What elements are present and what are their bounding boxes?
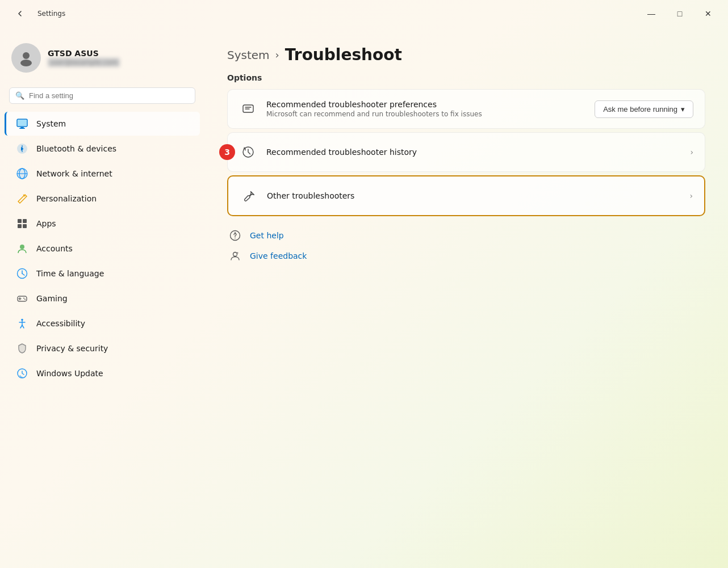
svg-rect-5 [19, 128, 25, 129]
sidebar-item-label-gaming: Gaming [36, 294, 68, 303]
history-card: Recommended troubleshooter history › [227, 132, 705, 172]
privacy-icon [16, 342, 28, 355]
svg-rect-3 [18, 120, 27, 126]
breadcrumb-current: Troubleshoot [285, 45, 402, 64]
svg-line-27 [20, 325, 22, 328]
step-badge: 3 [219, 144, 235, 160]
sidebar: GTSD ASUS user@example.com 🔍 System [0, 27, 204, 568]
svg-point-0 [23, 52, 30, 59]
give-feedback-icon [227, 248, 243, 264]
sidebar-item-apps[interactable]: Apps [5, 212, 200, 235]
svg-rect-12 [23, 219, 27, 223]
maximize-button[interactable]: □ [667, 5, 693, 23]
minimize-button[interactable]: — [638, 5, 664, 23]
user-section: GTSD ASUS user@example.com [0, 36, 204, 84]
sidebar-item-label-bluetooth: Bluetooth & devices [36, 144, 116, 153]
user-info: GTSD ASUS user@example.com [48, 49, 120, 67]
sidebar-item-label-accessibility: Accessibility [36, 319, 85, 328]
sidebar-item-label-accounts: Accounts [36, 244, 73, 253]
search-input[interactable] [29, 91, 189, 100]
svg-line-18 [22, 274, 24, 275]
history-icon [239, 143, 257, 161]
svg-line-28 [22, 325, 24, 328]
svg-point-23 [24, 299, 26, 300]
search-icon: 🔍 [15, 91, 24, 100]
app-title: Settings [37, 10, 65, 18]
system-icon [16, 117, 28, 130]
dropdown-chevron-icon: ▾ [681, 105, 685, 113]
other-troubleshooters-action: › [689, 191, 693, 200]
svg-rect-13 [18, 224, 22, 228]
gaming-icon [16, 292, 28, 305]
sidebar-item-accessibility[interactable]: Accessibility [5, 312, 200, 335]
recommended-prefs-title: Recommended troubleshooter preferences [266, 100, 585, 109]
sidebar-item-time[interactable]: Time & language [5, 262, 200, 285]
sidebar-item-network[interactable]: Network & internet [5, 162, 200, 186]
avatar [11, 43, 41, 73]
search-box[interactable]: 🔍 [9, 87, 195, 104]
user-email: user@example.com [48, 58, 120, 67]
history-card-relative: 3 Recommended troubleshooter history [227, 132, 705, 172]
network-icon [16, 167, 28, 180]
svg-point-33 [235, 232, 236, 233]
other-troubleshooters-card[interactable]: Other troubleshooters › [227, 175, 705, 216]
troubleshooter-dropdown[interactable]: Ask me before running ▾ [595, 100, 693, 118]
update-icon [16, 367, 28, 380]
links-section: Get help Give feedback [227, 228, 705, 264]
recommended-prefs-row[interactable]: Recommended troubleshooter preferences M… [228, 90, 705, 128]
recommended-prefs-card: Recommended troubleshooter preferences M… [227, 89, 705, 129]
sidebar-item-label-personalization: Personalization [36, 194, 97, 203]
time-icon [16, 267, 28, 280]
other-troubleshooters-text: Other troubleshooters [267, 191, 680, 200]
sidebar-item-label-privacy: Privacy & security [36, 344, 108, 353]
svg-point-1 [20, 60, 32, 66]
wrench-icon [240, 187, 258, 205]
history-action: › [690, 148, 693, 157]
titlebar: Settings — □ ✕ [0, 0, 728, 27]
other-troubleshooters-title: Other troubleshooters [267, 191, 680, 200]
sidebar-item-label-apps: Apps [36, 219, 56, 228]
history-title: Recommended troubleshooter history [266, 148, 681, 157]
options-label: Options [227, 73, 705, 82]
apps-icon [16, 217, 28, 230]
get-help-link[interactable]: Get help [227, 228, 705, 243]
close-button[interactable]: ✕ [695, 5, 721, 23]
sidebar-item-privacy[interactable]: Privacy & security [5, 336, 200, 360]
breadcrumb-parent: System [227, 48, 270, 62]
sidebar-item-update[interactable]: Windows Update [5, 361, 200, 385]
app-window: GTSD ASUS user@example.com 🔍 System [0, 27, 728, 568]
svg-rect-11 [18, 219, 22, 223]
sidebar-item-accounts[interactable]: Accounts [5, 237, 200, 260]
other-troubleshooters-row[interactable]: Other troubleshooters › [228, 176, 704, 215]
sidebar-item-label-network: Network & internet [36, 169, 112, 178]
get-help-icon [227, 228, 243, 243]
message-icon [239, 100, 257, 118]
sidebar-item-personalization[interactable]: Personalization [5, 187, 200, 211]
give-feedback-link[interactable]: Give feedback [227, 248, 705, 264]
svg-point-15 [20, 245, 24, 249]
history-text: Recommended troubleshooter history [266, 148, 681, 157]
get-help-label: Get help [250, 231, 284, 240]
accessibility-icon [16, 317, 28, 330]
main-content: System › Troubleshoot Options Recommende… [204, 27, 728, 568]
sidebar-item-gaming[interactable]: Gaming [5, 287, 200, 310]
bluetooth-icon [16, 142, 28, 155]
breadcrumb: System › Troubleshoot [227, 45, 705, 64]
history-card-wrapper: 3 Recommended troubleshooter history [227, 132, 705, 172]
history-row[interactable]: Recommended troubleshooter history › [228, 133, 705, 171]
breadcrumb-separator: › [275, 49, 279, 61]
back-button[interactable] [7, 5, 33, 23]
personalization-icon [16, 192, 28, 205]
sidebar-item-bluetooth[interactable]: Bluetooth & devices [5, 137, 200, 161]
svg-point-35 [233, 253, 237, 256]
sidebar-item-system[interactable]: System [5, 112, 200, 136]
give-feedback-label: Give feedback [250, 251, 307, 260]
svg-point-22 [23, 298, 24, 299]
history-chevron-icon: › [690, 148, 693, 157]
recommended-prefs-text: Recommended troubleshooter preferences M… [266, 100, 585, 118]
user-name: GTSD ASUS [48, 49, 120, 58]
other-troubleshooters-chevron-icon: › [689, 191, 693, 200]
dropdown-label: Ask me before running [603, 105, 677, 113]
titlebar-controls: — □ ✕ [638, 5, 721, 23]
sidebar-item-label-time: Time & language [36, 269, 104, 278]
